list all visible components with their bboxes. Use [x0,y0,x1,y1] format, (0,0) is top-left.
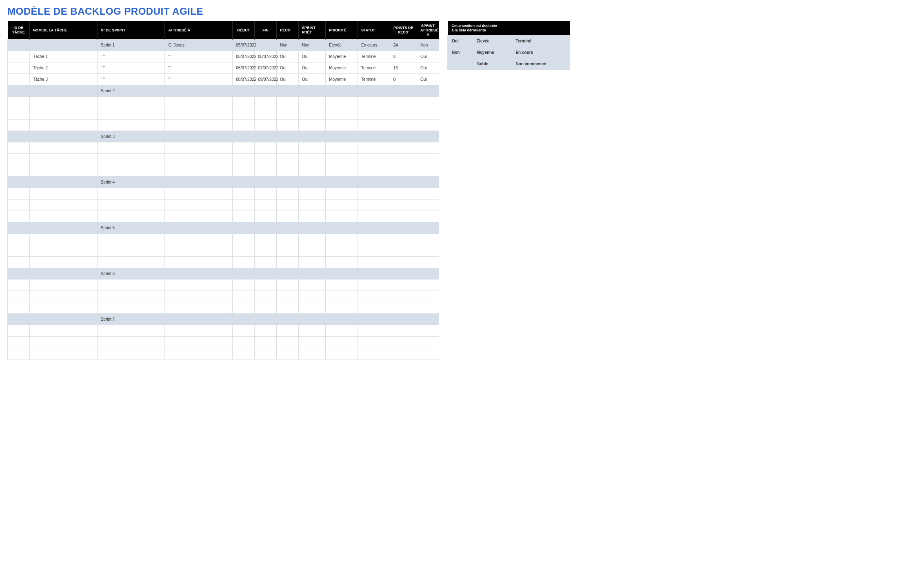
cell-sassign[interactable] [417,268,439,280]
cell-name[interactable] [29,314,97,325]
cell-priority[interactable] [326,257,358,268]
cell-start[interactable]: 05/07/2022 [233,51,255,62]
cell-sprint[interactable]: Sprint 1 [97,40,165,51]
cell-ready[interactable] [298,188,325,200]
cell-points[interactable] [390,131,417,142]
cell-assigned[interactable] [165,291,233,302]
cell-priority[interactable] [326,337,358,348]
cell-sassign[interactable] [417,234,439,245]
cell-priority[interactable] [326,291,358,302]
cell-priority[interactable] [326,142,358,154]
cell-sprint[interactable]: " " [97,74,165,85]
cell-sprint[interactable] [97,348,165,359]
cell-story[interactable] [277,302,299,314]
cell-points[interactable] [390,348,417,359]
cell-sassign[interactable] [417,177,439,188]
cell-end[interactable] [255,222,277,234]
cell-sassign[interactable] [417,131,439,142]
cell-points[interactable] [390,188,417,200]
cell-priority[interactable] [326,245,358,257]
cell-points[interactable] [390,222,417,234]
cell-id[interactable] [8,165,30,177]
cell-end[interactable] [255,131,277,142]
cell-name[interactable] [29,40,97,51]
cell-sprint[interactable] [97,211,165,222]
cell-sprint[interactable] [97,234,165,245]
cell-ready[interactable] [298,325,325,337]
cell-end[interactable] [255,348,277,359]
cell-sprint[interactable] [97,165,165,177]
cell-name[interactable] [29,348,97,359]
cell-assigned[interactable] [165,131,233,142]
cell-id[interactable] [8,348,30,359]
cell-assigned[interactable] [165,314,233,325]
cell-status[interactable] [358,200,390,211]
cell-sassign[interactable] [417,314,439,325]
cell-id[interactable] [8,314,30,325]
cell-end[interactable] [255,211,277,222]
cell-story[interactable] [277,177,299,188]
cell-assigned[interactable] [165,280,233,291]
cell-name[interactable] [29,325,97,337]
cell-status[interactable] [358,302,390,314]
cell-story[interactable] [277,325,299,337]
cell-assigned[interactable] [165,200,233,211]
cell-ready[interactable] [298,222,325,234]
cell-ready[interactable] [298,280,325,291]
cell-sassign[interactable] [417,200,439,211]
cell-priority[interactable]: Moyenne [326,74,358,85]
cell-priority[interactable]: Élevée [326,40,358,51]
cell-assigned[interactable] [165,222,233,234]
cell-story[interactable] [277,154,299,165]
cell-ready[interactable] [298,234,325,245]
cell-end[interactable] [255,120,277,131]
cell-points[interactable] [390,291,417,302]
cell-ready[interactable] [298,314,325,325]
cell-ready[interactable] [298,245,325,257]
cell-id[interactable] [8,51,30,62]
cell-end[interactable] [255,165,277,177]
cell-end[interactable] [255,257,277,268]
cell-start[interactable] [233,85,255,97]
cell-sprint[interactable] [97,325,165,337]
cell-priority[interactable] [326,314,358,325]
cell-sassign[interactable]: Oui [417,74,439,85]
cell-sprint[interactable] [97,154,165,165]
cell-assigned[interactable] [165,188,233,200]
cell-points[interactable] [390,314,417,325]
cell-end[interactable] [255,97,277,108]
cell-name[interactable] [29,97,97,108]
cell-points[interactable] [390,200,417,211]
cell-ready[interactable] [298,142,325,154]
cell-status[interactable] [358,325,390,337]
cell-priority[interactable] [326,222,358,234]
cell-start[interactable] [233,108,255,120]
cell-points[interactable] [390,245,417,257]
cell-id[interactable] [8,245,30,257]
cell-sassign[interactable] [417,108,439,120]
cell-story[interactable] [277,131,299,142]
cell-ready[interactable]: Oui [298,51,325,62]
cell-name[interactable] [29,257,97,268]
cell-sassign[interactable]: Oui [417,51,439,62]
cell-sprint[interactable] [97,200,165,211]
cell-sassign[interactable]: Non [417,40,439,51]
cell-sassign[interactable] [417,211,439,222]
cell-status[interactable]: Terminé [358,74,390,85]
cell-sprint[interactable]: Sprint 2 [97,85,165,97]
cell-sprint[interactable] [97,245,165,257]
cell-points[interactable] [390,165,417,177]
cell-status[interactable]: Terminé [358,62,390,74]
cell-end[interactable] [255,40,277,51]
cell-name[interactable] [29,108,97,120]
cell-points[interactable] [390,142,417,154]
cell-points[interactable] [390,268,417,280]
cell-end[interactable] [255,177,277,188]
cell-status[interactable] [358,280,390,291]
cell-story[interactable] [277,348,299,359]
cell-story[interactable] [277,108,299,120]
cell-story[interactable]: Oui [277,51,299,62]
cell-story[interactable] [277,257,299,268]
cell-priority[interactable]: Moyenne [326,51,358,62]
cell-story[interactable]: Non [277,40,299,51]
